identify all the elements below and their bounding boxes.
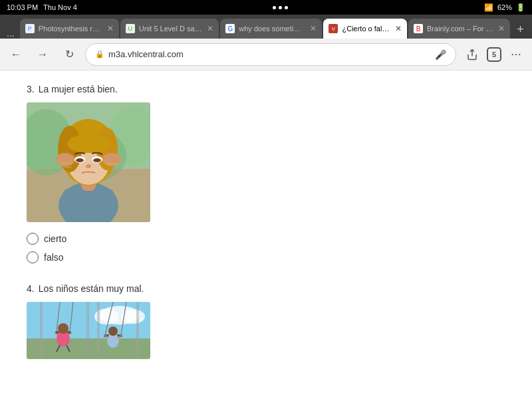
question-3-label: 3. La mujer está bien. [27, 84, 505, 94]
signal-dot3 [285, 6, 288, 9]
question-3-text: La mujer está bien. [39, 84, 118, 94]
reload-button[interactable]: ↻ [59, 44, 80, 65]
tab-close-3[interactable]: ✕ [310, 24, 317, 33]
question-3-number: 3. [27, 84, 35, 94]
tab-close-4[interactable]: ✕ [395, 24, 402, 33]
radio-falso-3[interactable] [27, 251, 39, 263]
battery-percent: 62% [497, 3, 512, 11]
question-4-block: 4. Los niños están muy mal. [27, 283, 505, 359]
svg-point-20 [86, 164, 91, 168]
svg-rect-24 [61, 166, 72, 168]
children-svg [27, 302, 150, 359]
wifi-icon: 📶 [484, 3, 493, 12]
svg-point-1 [515, 53, 517, 55]
tab-title-3: why does sometime... [239, 25, 306, 33]
radio-cierto-3[interactable] [27, 233, 39, 245]
tab-close-2[interactable]: ✕ [207, 24, 213, 33]
tab-brainly[interactable]: B Brainly.com – For st... ✕ [408, 19, 510, 39]
label-cierto-3: cierto [44, 233, 66, 244]
lock-icon: 🔒 [95, 50, 104, 59]
new-tab-button[interactable]: + [511, 20, 529, 39]
question-3-block: 3. La mujer está bien. [27, 84, 505, 263]
question-4-label: 4. Los niños están muy mal. [27, 283, 505, 294]
svg-rect-47 [40, 302, 43, 359]
question-3-image [27, 102, 150, 222]
svg-point-19 [93, 158, 101, 162]
tab-title-5: Brainly.com – For st... [427, 25, 494, 33]
tab-photosynthesis[interactable]: P Photosynthesis res... ✕ [20, 19, 119, 39]
svg-rect-49 [97, 302, 100, 359]
tab-title-4: ¿Cierto o falso? [342, 25, 391, 33]
tab-favicon-4: V [329, 24, 338, 33]
microphone-icon[interactable]: 🎤 [435, 49, 446, 60]
status-left: 10:03 PM Thu Nov 4 [7, 3, 77, 11]
signal-dot1 [273, 6, 276, 9]
back-button[interactable]: ← [5, 44, 27, 65]
status-center [273, 6, 288, 9]
svg-point-0 [512, 53, 513, 55]
battery-icon: 🔋 [516, 3, 525, 12]
question-4-image [27, 302, 150, 359]
question-4-text: Los niños están muy mal. [39, 283, 144, 294]
question-3-option-falso[interactable]: falso [27, 251, 505, 263]
tab-cierto[interactable]: V ¿Cierto o falso? ✕ [323, 19, 407, 39]
svg-rect-9 [63, 189, 114, 222]
address-text: m3a.vhlcentral.com [108, 49, 431, 59]
tab-close-1[interactable]: ✕ [107, 24, 114, 33]
tab-title-1: Photosynthesis res... [39, 25, 103, 33]
tab-unit5[interactable]: U Unit 5 Level D sadi... ✕ [120, 19, 219, 39]
svg-point-2 [519, 53, 520, 55]
nav-bar: ← → ↻ 🔒 m3a.vhlcentral.com 🎤 5 [0, 39, 532, 70]
tab-favicon-3: G [225, 24, 235, 33]
forward-button[interactable]: → [32, 44, 53, 65]
page-content: 3. La mujer está bien. [0, 70, 532, 399]
tab-favicon-5: B [414, 24, 423, 33]
tab-favicon-2: U [126, 24, 135, 33]
status-right: 📶 62% 🔋 [484, 3, 525, 12]
address-bar[interactable]: 🔒 m3a.vhlcentral.com 🎤 [85, 43, 456, 66]
svg-point-17 [76, 158, 84, 162]
share-button[interactable] [462, 44, 483, 65]
woman-svg [27, 102, 150, 222]
tab-why[interactable]: G why does sometime... ✕ [220, 19, 322, 39]
time-display: 10:03 PM [7, 3, 38, 11]
signal-dot2 [279, 6, 282, 9]
tab-count-badge[interactable]: 5 [487, 47, 501, 62]
svg-rect-23 [60, 162, 72, 165]
question-4-number: 4. [27, 283, 35, 294]
tab-close-5[interactable]: ✕ [498, 24, 505, 33]
tab-favicon-1: P [25, 24, 35, 33]
status-bar: 10:03 PM Thu Nov 4 📶 62% 🔋 [0, 0, 532, 15]
tab-overflow-dots: ... [3, 28, 19, 39]
svg-point-35 [58, 323, 68, 334]
svg-rect-48 [86, 302, 89, 359]
more-options-button[interactable] [505, 44, 527, 65]
svg-rect-25 [106, 162, 118, 165]
svg-point-15 [67, 134, 110, 153]
date-display: Thu Nov 4 [43, 3, 77, 11]
svg-rect-50 [136, 302, 139, 359]
question-3-option-cierto[interactable]: cierto [27, 233, 505, 245]
tab-bar: ... P Photosynthesis res... ✕ U Unit 5 L… [0, 15, 532, 39]
label-falso-3: falso [44, 252, 64, 263]
nav-actions: 5 [462, 44, 527, 65]
svg-point-44 [108, 327, 118, 336]
tab-title-2: Unit 5 Level D sadi... [139, 25, 203, 33]
